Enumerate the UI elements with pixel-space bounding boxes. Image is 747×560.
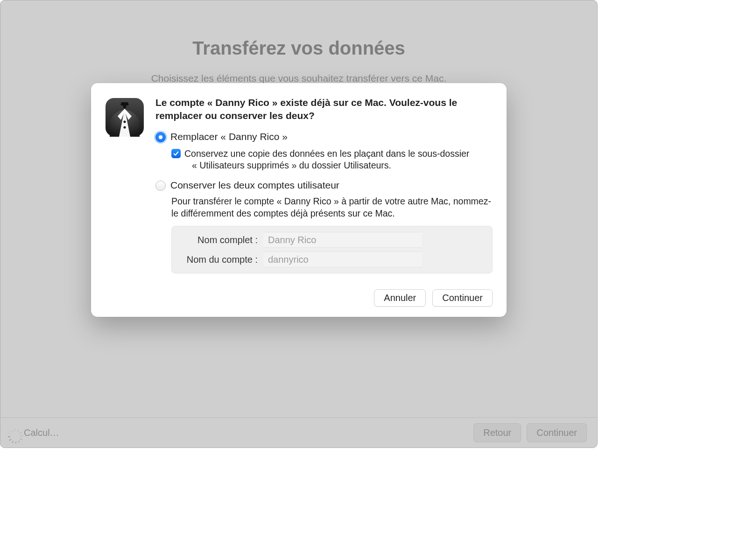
assistant-icon — [105, 98, 144, 137]
fullname-label: Nom complet : — [178, 235, 258, 245]
account-conflict-sheet: Le compte « Danny Rico » existe déjà sur… — [91, 83, 507, 317]
accountname-input[interactable] — [263, 252, 422, 267]
option-replace[interactable]: Remplacer « Danny Rico » — [155, 131, 493, 142]
sheet-footer: Annuler Continuer — [155, 289, 493, 307]
continue-button[interactable]: Continuer — [432, 289, 493, 307]
option-keep-both-label: Conserver les deux comptes utilisateur — [170, 180, 339, 191]
radio-replace[interactable] — [155, 132, 166, 142]
sub-option-line2: « Utilisateurs supprimés » du dossier Ut… — [184, 160, 469, 171]
footer-buttons: Retour Continuer — [473, 423, 587, 442]
rename-form: Nom complet : Nom du compte : — [171, 226, 493, 273]
radio-keep-both[interactable] — [155, 181, 166, 191]
cancel-button[interactable]: Annuler — [374, 289, 426, 307]
option-replace-label: Remplacer « Danny Rico » — [170, 131, 288, 142]
option-keep-help: Pour transférer le compte « Danny Rico »… — [171, 196, 493, 219]
title-area: Transférez vos données Choisissez les él… — [0, 0, 597, 84]
spinner-icon — [11, 428, 19, 437]
page-title: Transférez vos données — [0, 38, 597, 59]
accountname-label: Nom du compte : — [178, 254, 258, 265]
fullname-row: Nom complet : — [178, 230, 486, 250]
sheet-body: Le compte « Danny Rico » existe déjà sur… — [155, 96, 493, 307]
checkbox-keep-copy[interactable] — [171, 149, 181, 158]
sub-option-text: Conservez une copie des données en les p… — [184, 148, 469, 172]
migration-window: Transférez vos données Choisissez les él… — [0, 0, 598, 448]
svg-rect-1 — [123, 105, 126, 108]
footer-status-area: Calcul… — [11, 427, 59, 438]
continue-button-footer[interactable]: Continuer — [527, 423, 587, 442]
back-button[interactable]: Retour — [473, 423, 521, 442]
sub-option-line1: Conservez une copie des données en les p… — [184, 148, 469, 159]
accountname-row: Nom du compte : — [178, 250, 486, 269]
option-keep-both[interactable]: Conserver les deux comptes utilisateur — [155, 180, 493, 191]
svg-point-2 — [124, 121, 126, 123]
footer-bar: Calcul… Retour Continuer — [0, 417, 597, 448]
footer-status-text: Calcul… — [24, 427, 59, 438]
svg-point-3 — [124, 126, 126, 129]
sub-option-keep-copy[interactable]: Conservez une copie des données en les p… — [171, 148, 493, 172]
page-subtitle: Choisissez les éléments que vous souhait… — [0, 73, 597, 84]
fullname-input[interactable] — [263, 232, 422, 248]
sheet-heading: Le compte « Danny Rico » existe déjà sur… — [155, 96, 493, 123]
